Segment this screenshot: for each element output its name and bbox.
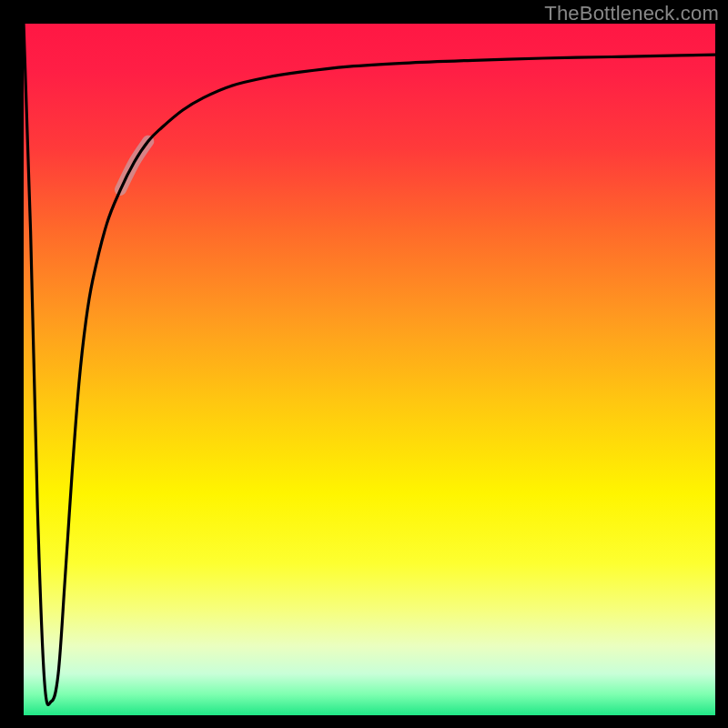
chart-container: TheBottleneck.com (0, 0, 728, 728)
bottleneck-chart (0, 0, 728, 728)
attribution-text: TheBottleneck.com (544, 2, 719, 25)
plot-background (24, 24, 715, 715)
